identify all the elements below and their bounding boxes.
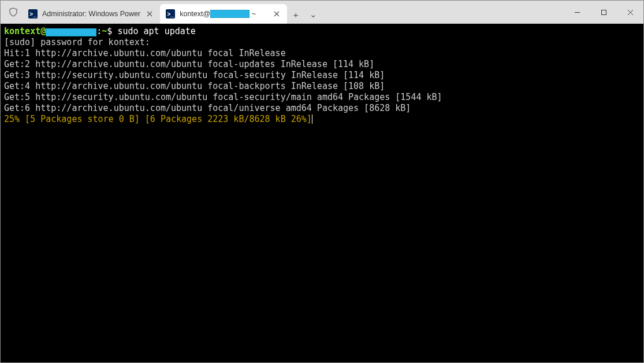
close-window-button[interactable]: [617, 1, 643, 24]
minimize-button[interactable]: [564, 1, 590, 24]
maximize-button[interactable]: [590, 1, 617, 24]
progress-line: 25% [5 Packages store 0 B] [6 Packages 2…: [4, 114, 312, 124]
redacted-hostname: [46, 28, 96, 36]
redacted-hostname: [210, 10, 250, 18]
powershell-icon: >_: [166, 9, 175, 18]
tab-title: Administrator: Windows Power: [42, 10, 140, 18]
command-text: sudo apt update: [117, 26, 195, 36]
text-cursor: [312, 114, 312, 124]
prompt-colon: :: [96, 26, 102, 36]
new-tab-button[interactable]: +: [287, 5, 304, 24]
output-line: Get:5 http://security.ubuntu.com/ubuntu …: [4, 92, 442, 102]
tab-title: kontext@ ~: [180, 10, 267, 18]
output-line: Get:6 http://archive.ubuntu.com/ubuntu f…: [4, 103, 411, 113]
tab-dropdown-button[interactable]: ⌄: [304, 5, 322, 24]
close-tab-button[interactable]: [272, 9, 281, 18]
output-line: Get:3 http://security.ubuntu.com/ubuntu …: [4, 70, 385, 80]
tabs-area: >_ Administrator: Windows Power >_ konte…: [1, 1, 322, 24]
output-line: [sudo] password for kontext:: [4, 37, 150, 47]
terminal-output[interactable]: kontext@:~$ sudo apt update [sudo] passw…: [1, 24, 643, 362]
prompt-user: kontext@: [4, 26, 46, 36]
tab-wsl-kontext[interactable]: >_ kontext@ ~: [160, 4, 287, 24]
tab-powershell-admin[interactable]: >_ Administrator: Windows Power: [23, 4, 160, 24]
output-line: Get:2 http://archive.ubuntu.com/ubuntu f…: [4, 59, 374, 69]
window-controls: [564, 1, 643, 24]
close-tab-button[interactable]: [145, 9, 154, 18]
title-bar: >_ Administrator: Windows Power >_ konte…: [1, 1, 643, 24]
output-line: Get:4 http://archive.ubuntu.com/ubuntu f…: [4, 81, 385, 91]
uac-shield-icon: [4, 1, 23, 24]
output-line: Hit:1 http://archive.ubuntu.com/ubuntu f…: [4, 48, 286, 58]
plus-icon: +: [293, 10, 299, 20]
svg-rect-0: [601, 10, 606, 14]
prompt-path: ~: [102, 26, 107, 36]
powershell-icon: >_: [28, 9, 38, 18]
chevron-down-icon: ⌄: [310, 9, 317, 20]
